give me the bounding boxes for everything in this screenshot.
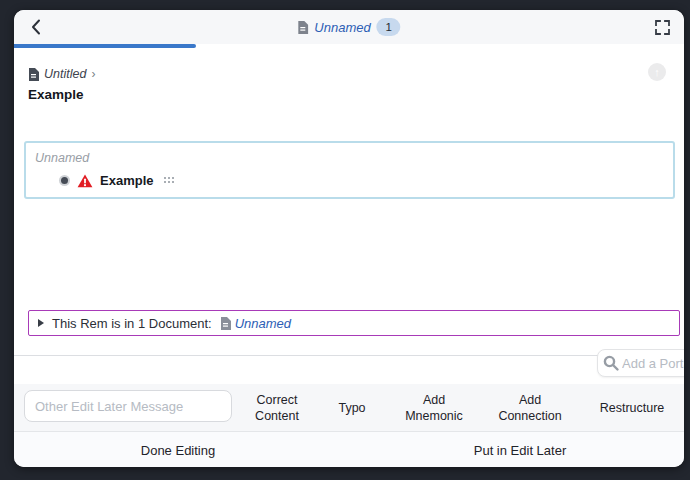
search-icon bbox=[602, 354, 620, 372]
warning-icon bbox=[77, 174, 93, 188]
typo-button[interactable]: Typo bbox=[338, 399, 365, 415]
portal-parent-label[interactable]: Unnamed bbox=[35, 151, 673, 165]
progress-bar bbox=[14, 44, 196, 48]
expand-arrow-icon[interactable] bbox=[38, 319, 44, 327]
put-in-edit-later-button[interactable]: Put in Edit Later bbox=[474, 442, 567, 457]
chevron-left-icon bbox=[31, 19, 41, 35]
tab-unnamed[interactable]: Unnamed 1 bbox=[297, 10, 400, 44]
document-icon bbox=[297, 21, 308, 34]
fullscreen-icon bbox=[655, 20, 670, 35]
tab-count-badge: 1 bbox=[377, 18, 401, 36]
arrow-up-icon: ↑ bbox=[654, 66, 660, 78]
add-connection-button[interactable]: Add Connection bbox=[490, 391, 570, 424]
tab-label: Unnamed bbox=[314, 20, 370, 35]
rem-row: Example bbox=[59, 173, 176, 188]
rem-text[interactable]: Example bbox=[100, 173, 153, 188]
page-title[interactable]: Example bbox=[28, 87, 84, 102]
document-info-box: This Rem is in 1 Document: Unnamed bbox=[28, 310, 680, 336]
scroll-top-button[interactable]: ↑ bbox=[648, 63, 666, 81]
rem-handle-icon[interactable] bbox=[164, 177, 176, 185]
document-link-label: Unnamed bbox=[235, 316, 291, 331]
document-icon bbox=[28, 68, 39, 81]
document-info-text: This Rem is in 1 Document: bbox=[52, 316, 212, 331]
done-editing-button[interactable]: Done Editing bbox=[141, 442, 215, 457]
edit-later-message-input[interactable] bbox=[24, 390, 232, 422]
correct-content-button[interactable]: Correct Content bbox=[237, 391, 317, 424]
rem-portal-card: Unnamed Example bbox=[24, 141, 675, 199]
add-portal-input[interactable] bbox=[620, 355, 684, 372]
top-bar: Unnamed 1 bbox=[14, 10, 684, 44]
bottom-action-bar: Done Editing Put in Edit Later bbox=[14, 432, 684, 467]
divider bbox=[14, 355, 684, 356]
app-window: Unnamed 1 Untitled › Example ↑ Unnamed bbox=[14, 10, 684, 467]
breadcrumb-separator: › bbox=[91, 67, 95, 81]
document-link[interactable]: Unnamed bbox=[220, 316, 291, 331]
breadcrumb-item-untitled[interactable]: Untitled bbox=[44, 67, 86, 81]
add-mnemonic-button[interactable]: Add Mnemonic bbox=[394, 391, 474, 424]
back-button[interactable] bbox=[26, 17, 46, 37]
breadcrumb: Untitled › bbox=[28, 67, 95, 81]
rem-bullet-icon[interactable] bbox=[59, 175, 70, 186]
restructure-button[interactable]: Restructure bbox=[600, 399, 665, 415]
add-portal-search bbox=[597, 349, 684, 377]
document-icon bbox=[220, 317, 231, 330]
edit-toolbar: Correct Content Typo Add Mnemonic Add Co… bbox=[14, 384, 684, 432]
fullscreen-button[interactable] bbox=[652, 17, 672, 37]
